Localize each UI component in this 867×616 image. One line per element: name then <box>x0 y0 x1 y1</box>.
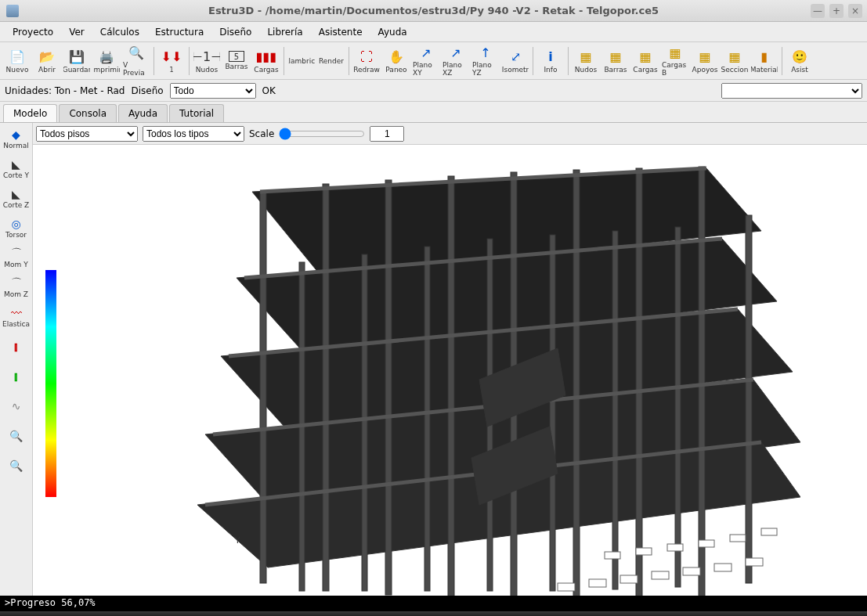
imprimir-label: Imprimir <box>92 66 121 74</box>
torsor-icon: ◎ <box>8 217 25 231</box>
maximize-button[interactable]: + <box>829 4 844 18</box>
barras2-button[interactable]: ▦Barras <box>601 45 630 77</box>
render-button[interactable]: Render <box>317 45 345 77</box>
alambrico-label: Alambrico <box>287 57 316 65</box>
cortez-label: Corte Z <box>3 201 30 209</box>
torsor-button[interactable]: ◎Torsor <box>2 214 31 242</box>
tool-c-button[interactable]: ∿ <box>2 392 31 420</box>
imprimir-button[interactable]: 🖨️Imprimir <box>92 45 121 77</box>
normal-icon: ◆ <box>8 128 25 142</box>
separator <box>284 47 284 75</box>
menu-proyecto[interactable]: Proyecto <box>5 22 61 41</box>
svg-rect-30 <box>620 575 638 583</box>
planoyz-button[interactable]: ↑Plano YZ <box>471 45 500 77</box>
menu-ayuda[interactable]: Ayuda <box>370 22 415 41</box>
pan-icon: ✋ <box>388 48 405 65</box>
bottom-edge <box>0 611 867 616</box>
nudos-button[interactable]: ⊢1⊣Nudos <box>193 45 221 77</box>
svg-rect-40 <box>761 528 777 535</box>
cargas-button[interactable]: ▮▮▮Cargas <box>252 45 280 77</box>
status-bar: >Progreso 56,07% <box>0 596 867 611</box>
zoom-in-button[interactable]: 🔍 <box>2 422 31 450</box>
redraw-button[interactable]: ⛶Redraw <box>352 45 381 77</box>
abrir-button[interactable]: 📂Abrir <box>33 45 61 77</box>
redraw-label: Redraw <box>353 66 380 74</box>
ok-label: OK <box>262 85 276 96</box>
menu-asistente[interactable]: Asistente <box>311 22 370 41</box>
tab-ayuda[interactable]: Ayuda <box>118 104 168 122</box>
options-bar: Todos pisos Todos los tipos Scale <box>33 123 867 145</box>
loads-button1[interactable]: ⬇⬇1 <box>157 45 186 77</box>
preview-icon: 🔍 <box>128 45 145 60</box>
info-button[interactable]: iInfo <box>536 45 565 77</box>
isometrica-button[interactable]: ⤢Isometr <box>501 45 529 77</box>
menu-calculos[interactable]: Cálculos <box>92 22 147 41</box>
info-icon: i <box>542 48 559 65</box>
planoxz-button[interactable]: ↗Plano XZ <box>442 45 470 77</box>
seccion-label: Seccion <box>721 66 749 74</box>
tab-modelo[interactable]: Modelo <box>3 104 57 122</box>
grid-icon: ▦ <box>577 48 594 65</box>
menu-estructura[interactable]: Estructura <box>147 22 211 41</box>
menu-diseno[interactable]: Diseño <box>211 22 259 41</box>
cargasb-label: Cargas B <box>662 61 688 77</box>
nuevo-label: Nuevo <box>6 66 29 74</box>
planoxz-label: Plano XZ <box>443 61 469 77</box>
normal-button[interactable]: ◆Normal <box>2 124 31 153</box>
nodes-icon: ⊢1⊣ <box>198 48 215 65</box>
tab-tutorial[interactable]: Tutorial <box>169 104 224 122</box>
menu-ver[interactable]: Ver <box>61 22 92 41</box>
menu-libreria[interactable]: Librería <box>259 22 310 41</box>
nudos2-button[interactable]: ▦Nudos <box>572 45 600 77</box>
info-label: Info <box>544 66 557 74</box>
alambrico-button[interactable]: Alambrico <box>287 45 316 77</box>
scale-slider[interactable] <box>279 128 365 140</box>
svg-rect-16 <box>424 247 430 591</box>
svg-rect-29 <box>589 579 606 587</box>
save-icon: 💾 <box>68 48 85 65</box>
planoxy-label: Plano XY <box>413 61 439 77</box>
viewport-3d[interactable]: Y <box>33 145 867 596</box>
cortez-button[interactable]: ◣Corte Z <box>2 184 31 212</box>
grid6-icon: ▦ <box>726 48 743 65</box>
zoom-out-button[interactable]: 🔍 <box>2 452 31 480</box>
momz-icon: ⌒ <box>8 276 25 290</box>
tab-bar: Modelo Consola Ayuda Tutorial <box>0 102 867 122</box>
svg-rect-15 <box>362 254 367 591</box>
apoyos-button[interactable]: ▦Apoyos <box>691 45 719 77</box>
pisos-select[interactable]: Todos pisos <box>36 126 138 142</box>
minimize-button[interactable]: — <box>811 4 825 18</box>
asist-button[interactable]: 🙂Asist <box>786 45 814 77</box>
nuevo-button[interactable]: 📄Nuevo <box>3 45 31 77</box>
svg-rect-11 <box>636 168 642 596</box>
momz-button[interactable]: ⌒Mom Z <box>2 273 31 301</box>
planoxy-button[interactable]: ↗Plano XY <box>412 45 440 77</box>
diseno-select[interactable]: Todo <box>170 83 256 99</box>
render-label: Render <box>319 57 344 65</box>
svg-rect-6 <box>323 184 329 591</box>
cortey-icon: ◣ <box>8 157 25 171</box>
zoom-in-icon: 🔍 <box>8 429 25 443</box>
tipos-select[interactable]: Todos los tipos <box>143 126 244 142</box>
svg-rect-36 <box>636 548 652 555</box>
guardar-button[interactable]: 💾Guardar <box>63 45 91 77</box>
seccion-button[interactable]: ▦Seccion <box>721 45 749 77</box>
elastica-button[interactable]: 〰Elastica <box>2 303 31 331</box>
tool-b-button[interactable]: ⫿ <box>2 362 31 391</box>
cargas-label: Cargas <box>254 66 278 74</box>
vprevia-button[interactable]: 🔍V Previa <box>122 45 150 77</box>
iso-icon: ⤢ <box>507 48 524 65</box>
elastica-icon: 〰 <box>8 306 25 320</box>
right-select[interactable] <box>721 83 862 99</box>
paneo-button[interactable]: ✋Paneo <box>382 45 410 77</box>
tool-a-button[interactable]: ⫿ <box>2 333 31 361</box>
cargas2-button[interactable]: ▦Cargas <box>631 45 659 77</box>
material-button[interactable]: ▮Material <box>750 45 778 77</box>
cortey-button[interactable]: ◣Corte Y <box>2 154 31 182</box>
close-button[interactable]: × <box>848 4 862 18</box>
barras-button[interactable]: 5Barras <box>222 45 251 77</box>
scale-input[interactable] <box>370 126 404 142</box>
tab-consola[interactable]: Consola <box>59 104 117 122</box>
cargasb-button[interactable]: ▦Cargas B <box>661 45 689 77</box>
momy-button[interactable]: ⌒Mom Y <box>2 243 31 272</box>
